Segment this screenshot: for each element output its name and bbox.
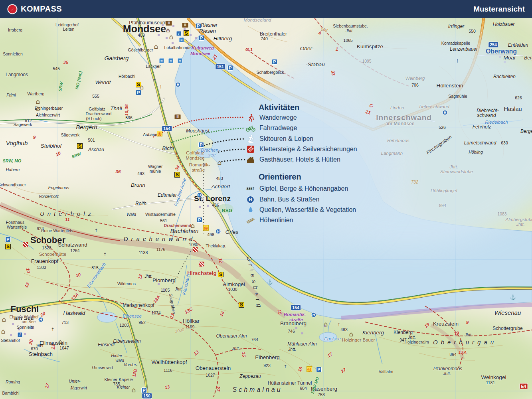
map-label: Bichl xyxy=(162,146,174,151)
marker-S: S xyxy=(5,244,11,249)
bus-stop-icon: H xyxy=(245,196,256,203)
map-label: 486 xyxy=(212,203,219,207)
map-label: Mariannenkopf xyxy=(123,303,154,308)
marker-shield-254: 254 xyxy=(488,42,498,48)
legend-item-label: Skitouren & Loipen xyxy=(259,135,313,142)
marker-P: P xyxy=(316,367,322,372)
marker-shield-154: 154 xyxy=(162,126,172,132)
kompass-map-preview: KOMPASS Musteransicht xyxy=(0,0,532,399)
map-label: 10,36 xyxy=(125,105,129,116)
map-label: wald xyxy=(115,358,124,363)
map-label: Haslau xyxy=(504,106,522,112)
marker-hut: ⌂ xyxy=(132,387,136,393)
map-label: 15 xyxy=(277,309,282,315)
map-label: Lenzenbauer xyxy=(450,47,478,51)
map-label: Schoberhütte xyxy=(39,252,66,257)
marker-S: S xyxy=(174,172,180,178)
legend-item-label: Gasthäuser, Hotels & Hütten xyxy=(259,156,340,163)
map-label: Hirschsteig xyxy=(187,271,217,276)
map-label: Weinkogel xyxy=(481,375,506,380)
map-label: Holzinger Bauer xyxy=(342,338,375,343)
map-label: 1138 xyxy=(139,251,148,255)
map-label: 924 xyxy=(37,227,44,231)
map-label: Wartenfels xyxy=(7,225,27,229)
legend-item-gasthaeuser: Gasthäuser, Hotels & Hütten xyxy=(245,154,340,165)
map-label: Gaisberg xyxy=(105,55,129,61)
map-label: Wistaudermühle xyxy=(145,212,176,217)
map-label: 17A xyxy=(458,350,467,355)
map-label: Ebner's Waldhof xyxy=(10,315,39,319)
map-label: 713 xyxy=(61,320,69,325)
map-label: Romantik- xyxy=(284,312,306,317)
map-label: 1205 xyxy=(119,323,129,328)
map-label: Leidingerhof xyxy=(55,23,79,27)
marker-wsq: ≈ xyxy=(178,58,183,63)
map-label: Kleiner-Kapelle xyxy=(104,377,133,382)
map-label: Rehrlmoos xyxy=(387,138,409,143)
map-label: † xyxy=(160,85,162,89)
marker-hut: ⌂ xyxy=(1,328,5,335)
map-label: 746 xyxy=(288,329,295,334)
map-label: Holzbauer xyxy=(493,22,515,27)
map-label: Wildmoos xyxy=(117,282,136,286)
map-label: Drachen- xyxy=(201,148,220,153)
map-label: 1030 xyxy=(228,287,237,292)
map-label: Vorder- xyxy=(124,363,137,367)
map-label: Höllkar xyxy=(183,318,200,324)
legend-item-klettersteige: Klettersteige & Seilversicherungen xyxy=(245,144,357,154)
map-label: Bachleiten xyxy=(493,74,516,79)
map-label: 15 xyxy=(241,352,246,357)
map-label: 923 xyxy=(263,363,271,368)
kompass-logo: KOMPASS xyxy=(7,4,62,14)
map-label: 753 xyxy=(318,393,325,397)
map-label: 604 xyxy=(300,386,307,391)
map-label: Bambichl xyxy=(2,391,19,395)
map-label: Egelsee xyxy=(324,337,341,342)
map-label: Plankenmoos xyxy=(433,366,463,371)
map-label: Wendt xyxy=(95,80,111,85)
marker-hut: ⌂ xyxy=(154,43,158,50)
top-bar: KOMPASS Musteransicht xyxy=(0,0,532,18)
map-label: Steiblhof xyxy=(41,143,62,149)
map-label: Almbergstube xyxy=(506,217,532,222)
marker-mus: Ⅲ xyxy=(175,115,181,119)
marker-hut: ⌂ xyxy=(58,338,62,345)
marker-shield-154: 154 xyxy=(291,305,301,311)
map-label: Drachenwand xyxy=(124,236,196,242)
map-label: Sonnleiten xyxy=(3,52,23,56)
map-label: Habern xyxy=(6,168,20,172)
marker-kst xyxy=(199,262,204,267)
map-label: Jhtt. xyxy=(449,165,458,170)
map-label: 14 xyxy=(216,386,222,392)
map-label: Brunn xyxy=(131,182,145,188)
map-label: Hilfberg xyxy=(214,36,232,41)
map-label: Riesen xyxy=(199,28,216,34)
contour-lines-icon xyxy=(245,217,256,224)
map-label: Höbling xyxy=(469,150,483,154)
legend-item-label: Wanderwege xyxy=(259,114,297,121)
map-label: 9 xyxy=(33,135,36,140)
map-label: 13 xyxy=(164,385,170,390)
map-label: Steinbach xyxy=(29,352,53,357)
legend-item-gipfel: 885† Gipfel, Berge & Höhenangaben xyxy=(245,184,348,194)
map-label: 1181 xyxy=(486,381,495,385)
marker-wsq: ≈ xyxy=(179,38,184,43)
lake-eibensee xyxy=(97,312,117,322)
map-label: 483 xyxy=(138,33,145,38)
map-label: Romantik- xyxy=(189,163,210,168)
map-canvas[interactable]: PfahlbaumuseumMondsee483MondseelandRiesn… xyxy=(0,18,532,399)
map-label: Entfelden xyxy=(508,43,528,47)
map-label: 1083 xyxy=(497,212,506,216)
map-label: 12 xyxy=(218,257,223,263)
map-label: Langmann xyxy=(381,151,403,156)
map-label: 545 xyxy=(53,67,60,71)
marker-kst xyxy=(23,242,28,247)
marker-wsq: ≈ xyxy=(159,58,164,63)
marker-wsq: ≈ xyxy=(168,58,174,63)
map-label: Fuschl xyxy=(11,305,39,314)
marker-S: S xyxy=(218,272,223,277)
map-label: Linden xyxy=(390,106,404,111)
map-label: Haslwald xyxy=(63,310,85,316)
map-label: Mühlauer Alm xyxy=(287,342,317,346)
map-label: am See xyxy=(22,320,36,324)
